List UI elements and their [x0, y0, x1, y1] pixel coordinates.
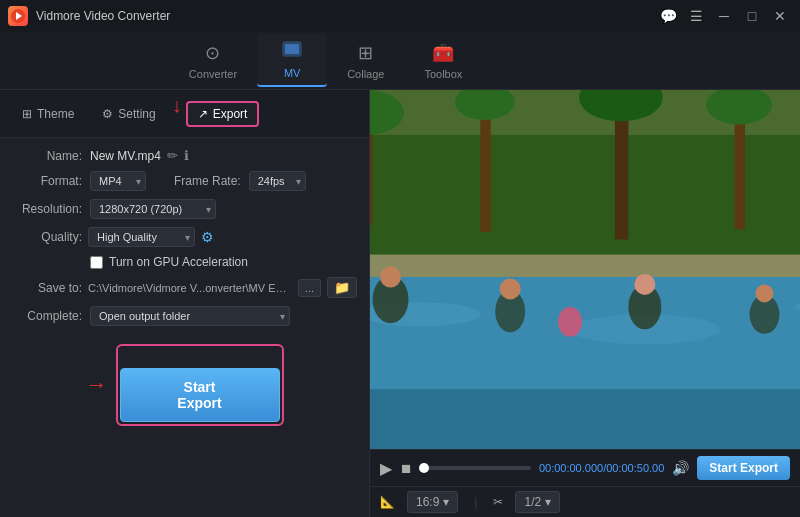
- format-label: Format:: [12, 174, 82, 188]
- complete-row: Complete: Open output folder Do nothing: [12, 306, 357, 326]
- resolution-select[interactable]: 1280x720 (720p) 1920x1080 (1080p): [90, 199, 216, 219]
- form-area: Name: New MV.mp4 ✏ ℹ Format: MP4 AVI MOV: [0, 138, 369, 517]
- framerate-label: Frame Rate:: [174, 174, 241, 188]
- svg-point-26: [634, 274, 655, 295]
- quality-row: Quality: High Quality Medium Quality ⚙: [12, 227, 357, 247]
- tab-mv[interactable]: MV: [257, 34, 327, 87]
- subtab-export[interactable]: ↗ Export: [186, 101, 260, 127]
- start-export-button[interactable]: Start Export: [120, 368, 280, 422]
- framerate-row: Frame Rate: 24fps 30fps 60fps: [174, 171, 306, 191]
- saveto-row: Save to: C:\Vidmore\Vidmore V...onverter…: [12, 277, 357, 298]
- export-icon: ↗: [198, 107, 208, 121]
- window-controls: 💬 ☰ ─ □ ✕: [656, 4, 792, 28]
- current-time: 00:00:00.000: [539, 462, 603, 474]
- volume-icon[interactable]: 🔊: [672, 460, 689, 476]
- collage-icon: ⊞: [358, 42, 373, 64]
- gpu-checkbox[interactable]: [90, 256, 103, 269]
- resolution-label: Resolution:: [12, 202, 82, 216]
- saveto-label: Save to:: [12, 281, 82, 295]
- svg-rect-32: [370, 389, 800, 449]
- chat-icon[interactable]: 💬: [656, 4, 680, 28]
- tab-collage[interactable]: ⊞ Collage: [327, 36, 404, 86]
- quality-select[interactable]: High Quality Medium Quality: [88, 227, 195, 247]
- progress-dot: [419, 463, 429, 473]
- svg-point-24: [500, 278, 521, 299]
- tab-toolbox[interactable]: 🧰 Toolbox: [404, 36, 482, 86]
- menu-icon[interactable]: ☰: [684, 4, 708, 28]
- nav-tabs: ⊙ Converter MV ⊞ Collage 🧰 Toolbox: [0, 32, 800, 90]
- right-panel: ▶ ⏹ 00:00:00.000/00:00:50.00 🔊 Start Exp…: [370, 90, 800, 517]
- maximize-button[interactable]: □: [740, 4, 764, 28]
- start-export-small-button[interactable]: Start Export: [697, 456, 790, 480]
- start-export-highlight: Start Export: [116, 344, 284, 426]
- mv-icon: [282, 40, 302, 63]
- subtab-setting[interactable]: ⚙ Setting: [90, 102, 167, 126]
- name-value-row: New MV.mp4 ✏ ℹ: [90, 148, 189, 163]
- toolbox-icon: 🧰: [432, 42, 454, 64]
- arrow-to-start-export: →: [86, 372, 108, 398]
- saveto-more-button[interactable]: ...: [298, 279, 321, 297]
- quality-select-wrapper: High Quality Medium Quality: [88, 227, 195, 247]
- arrow-to-export: ↓: [172, 94, 182, 117]
- svg-point-31: [558, 307, 582, 337]
- titlebar-left: Vidmore Video Converter: [8, 6, 170, 26]
- saveto-path: C:\Vidmore\Vidmore V...onverter\MV Expor…: [88, 282, 292, 294]
- theme-icon: ⊞: [22, 107, 32, 121]
- resolution-row: Resolution: 1280x720 (720p) 1920x1080 (1…: [12, 199, 357, 219]
- progress-bar[interactable]: [421, 466, 531, 470]
- mv-label: MV: [284, 67, 301, 79]
- collage-label: Collage: [347, 68, 384, 80]
- export-label: Export: [213, 107, 248, 121]
- framerate-select-wrapper: 24fps 30fps 60fps: [249, 171, 306, 191]
- segment-icon: ✂: [493, 495, 503, 509]
- playback-controls: ▶ ⏹ 00:00:00.000/00:00:50.00 🔊 Start Exp…: [370, 449, 800, 486]
- tab-converter[interactable]: ⊙ Converter: [169, 36, 257, 86]
- gpu-label: Turn on GPU Acceleration: [109, 255, 248, 269]
- theme-label: Theme: [37, 107, 74, 121]
- complete-label: Complete:: [12, 309, 82, 323]
- svg-point-22: [380, 267, 401, 288]
- aspect-ratio-button[interactable]: 16:9 ▾: [407, 491, 458, 513]
- aspect-controls: 📐 16:9 ▾ | ✂ 1/2 ▾: [370, 486, 800, 517]
- titlebar: Vidmore Video Converter 💬 ☰ ─ □ ✕: [0, 0, 800, 32]
- separator-1: |: [474, 495, 477, 509]
- name-value: New MV.mp4: [90, 149, 161, 163]
- complete-select-wrapper: Open output folder Do nothing: [90, 306, 290, 326]
- name-label: Name:: [12, 149, 82, 163]
- total-time: 00:00:50.00: [606, 462, 664, 474]
- quality-settings-icon[interactable]: ⚙: [201, 229, 214, 245]
- subtab-theme[interactable]: ⊞ Theme: [10, 102, 86, 126]
- pool-scene-svg: [370, 90, 800, 449]
- close-button[interactable]: ✕: [768, 4, 792, 28]
- info-icon[interactable]: ℹ: [184, 148, 189, 163]
- complete-select[interactable]: Open output folder Do nothing: [90, 306, 290, 326]
- time-display: 00:00:00.000/00:00:50.00: [539, 462, 664, 474]
- resolution-select-wrapper: 1280x720 (720p) 1920x1080 (1080p): [90, 199, 216, 219]
- main-area: ⊞ Theme ⚙ Setting ↓ ↗ Export Name:: [0, 90, 800, 517]
- aspect-ratio-value: 16:9: [416, 495, 439, 509]
- setting-icon: ⚙: [102, 107, 113, 121]
- toolbox-label: Toolbox: [424, 68, 462, 80]
- segment-button[interactable]: 1/2 ▾: [515, 491, 560, 513]
- app-icon: [8, 6, 28, 26]
- gpu-row: Turn on GPU Acceleration: [12, 255, 357, 269]
- format-select[interactable]: MP4 AVI MOV: [90, 171, 146, 191]
- edit-name-icon[interactable]: ✏: [167, 148, 178, 163]
- converter-label: Converter: [189, 68, 237, 80]
- converter-icon: ⊙: [205, 42, 220, 64]
- format-select-wrapper: MP4 AVI MOV: [90, 171, 146, 191]
- play-button[interactable]: ▶: [380, 459, 392, 478]
- name-row: Name: New MV.mp4 ✏ ℹ: [12, 148, 357, 163]
- segment-chevron: ▾: [545, 495, 551, 509]
- format-row: Format: MP4 AVI MOV Frame Rate: 24fps 30…: [12, 171, 357, 191]
- svg-point-28: [756, 284, 774, 302]
- saveto-folder-button[interactable]: 📁: [327, 277, 357, 298]
- minimize-button[interactable]: ─: [712, 4, 736, 28]
- aspect-ratio-chevron: ▾: [443, 495, 449, 509]
- sub-tabs: ⊞ Theme ⚙ Setting ↓ ↗ Export: [0, 90, 369, 138]
- framerate-select[interactable]: 24fps 30fps 60fps: [249, 171, 306, 191]
- svg-rect-3: [285, 44, 299, 54]
- stop-button[interactable]: ⏹: [400, 461, 413, 476]
- left-panel: ⊞ Theme ⚙ Setting ↓ ↗ Export Name:: [0, 90, 370, 517]
- segment-value: 1/2: [524, 495, 541, 509]
